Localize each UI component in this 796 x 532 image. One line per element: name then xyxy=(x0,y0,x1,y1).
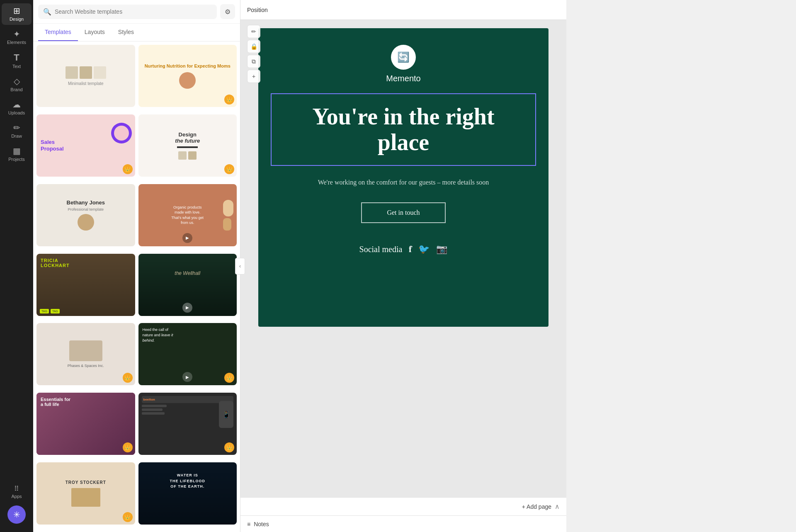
sidebar-item-label: Uploads xyxy=(8,110,25,115)
add-page-button[interactable]: + Add page xyxy=(522,503,551,510)
lock-button[interactable]: 🔒 xyxy=(247,40,260,53)
draw-icon: ✏ xyxy=(13,124,20,132)
panel-tabs: Templates Layouts Styles xyxy=(33,24,240,41)
filter-icon: ⚙ xyxy=(225,8,231,16)
elements-icon: ✦ xyxy=(13,30,20,38)
projects-icon: ▦ xyxy=(13,147,21,155)
notes-bar[interactable]: ≡ Notes xyxy=(240,515,566,532)
tab-styles[interactable]: Styles xyxy=(112,24,141,41)
headline-text: You're in the right place xyxy=(284,104,523,155)
template-card[interactable]: Designthe future 👑 xyxy=(138,114,237,177)
sidebar-item-label: Draw xyxy=(11,134,22,138)
text-icon: T xyxy=(14,53,19,62)
top-bar: Position xyxy=(240,0,566,20)
filter-button[interactable]: ⚙ xyxy=(220,4,235,19)
tab-templates[interactable]: Templates xyxy=(38,24,78,41)
copy-button[interactable]: ⧉ xyxy=(247,55,260,68)
memento-name: Memento xyxy=(386,74,420,83)
lock-icon: 🔒 xyxy=(250,43,257,50)
memento-logo: 🔄 xyxy=(391,45,416,70)
sidebar-item-label: Design xyxy=(10,17,24,22)
templates-panel: 🔍 ⚙ Templates Layouts Styles Minimalist … xyxy=(33,0,240,532)
uploads-icon: ☁ xyxy=(12,100,21,109)
premium-badge: 👑 xyxy=(123,164,133,174)
plus-icon: + xyxy=(252,73,255,80)
canvas-toolbar: ✏ 🔒 ⧉ + xyxy=(247,25,260,83)
sidebar-item-label: Projects xyxy=(8,157,25,162)
sidebar-item-label: Text xyxy=(12,64,21,69)
premium-badge: 👑 xyxy=(123,512,133,522)
panel-collapse-button[interactable]: ‹ xyxy=(235,258,245,275)
template-card[interactable]: the Wellhall ▶ xyxy=(138,254,237,316)
template-card[interactable]: Essentials fora full life 👑 xyxy=(36,393,135,455)
bottom-bar: + Add page ∧ xyxy=(240,497,566,515)
template-card[interactable]: Organic productsmade with love.That's wh… xyxy=(138,184,237,246)
cta-button[interactable]: Get in touch xyxy=(361,202,445,223)
template-card[interactable]: TROY STOCKERT 👑 xyxy=(36,462,135,525)
premium-badge: 👑 xyxy=(123,442,133,452)
search-input[interactable] xyxy=(55,8,212,15)
sidebar-item-label: Elements xyxy=(7,40,26,45)
canvas-area: Position ✏ 🔒 ⧉ + 🔄 Memento You're in the… xyxy=(240,0,566,532)
sidebar-item-label: Apps xyxy=(11,494,22,499)
ai-icon: ✳ xyxy=(13,510,20,520)
position-label: Position xyxy=(247,7,268,13)
sidebar: ⊞ Design ✦ Elements T Text ◇ Brand ☁ Upl… xyxy=(0,0,33,532)
template-card[interactable]: Phases & Spaces Inc. 👑 xyxy=(36,323,135,385)
sidebar-item-draw[interactable]: ✏ Draw xyxy=(2,120,32,142)
premium-badge: 👑 xyxy=(224,164,234,174)
sidebar-item-design[interactable]: ⊞ Design xyxy=(2,3,32,25)
chevron-up-icon: ∧ xyxy=(555,503,560,510)
chevron-left-icon: ‹ xyxy=(239,263,241,269)
brand-icon: ◇ xyxy=(14,77,20,85)
template-card[interactable]: SalesProposal 👑 xyxy=(36,114,135,177)
add-page-label: + Add page xyxy=(522,503,551,510)
canvas-frame: 🔄 Memento You're in the right place We'r… xyxy=(258,28,548,327)
social-section: Social media 𝐟 🐦 📷 xyxy=(359,244,448,255)
twitter-icon[interactable]: 🐦 xyxy=(418,244,430,255)
edit-icon: ✏ xyxy=(251,28,256,35)
notes-label: Notes xyxy=(254,521,269,527)
headline-box[interactable]: You're in the right place xyxy=(271,93,536,166)
logo-icon: 🔄 xyxy=(397,51,410,63)
notes-icon: ≡ xyxy=(247,521,250,527)
sidebar-item-label: Brand xyxy=(10,87,22,92)
edit-button[interactable]: ✏ xyxy=(247,25,260,38)
template-card[interactable]: Minimalist template xyxy=(36,45,135,107)
sidebar-item-uploads[interactable]: ☁ Uploads xyxy=(2,97,32,119)
template-card[interactable]: WATER ISTHE LIFEBLOODOF THE EARTH. xyxy=(138,462,237,525)
template-card[interactable]: beelton 📱 👑 xyxy=(138,393,237,455)
sidebar-item-brand[interactable]: ◇ Brand xyxy=(2,74,32,95)
templates-grid: Minimalist template Nurturing Nutrition … xyxy=(33,41,240,532)
apps-icon: ⠿ xyxy=(14,486,19,492)
template-card[interactable]: Bethany Jones Professional template xyxy=(36,184,135,246)
instagram-icon[interactable]: 📷 xyxy=(436,244,447,255)
facebook-icon[interactable]: 𝐟 xyxy=(409,244,412,255)
sidebar-item-projects[interactable]: ▦ Projects xyxy=(2,143,32,165)
search-input-wrap: 🔍 xyxy=(38,5,217,19)
search-bar: 🔍 ⚙ xyxy=(33,0,240,24)
template-card[interactable]: Nurturing Nutrition for Expecting Moms 👑 xyxy=(138,45,237,107)
design-icon: ⊞ xyxy=(13,7,20,15)
sidebar-item-apps[interactable]: ⠿ Apps xyxy=(2,482,32,502)
social-media-label: Social media xyxy=(359,245,403,254)
premium-badge: 👑 xyxy=(224,95,234,104)
tab-layouts[interactable]: Layouts xyxy=(78,24,112,41)
sidebar-item-elements[interactable]: ✦ Elements xyxy=(2,27,32,48)
search-icon: 🔍 xyxy=(43,8,51,16)
premium-badge: 👑 xyxy=(123,373,133,383)
add-button[interactable]: + xyxy=(247,70,260,83)
copy-icon: ⧉ xyxy=(252,58,256,65)
sidebar-item-text[interactable]: T Text xyxy=(2,50,32,72)
canvas-scroll: 🔄 Memento You're in the right place We'r… xyxy=(240,20,566,497)
template-card[interactable]: Heed the call ofnature and leave itbehin… xyxy=(138,323,237,385)
subtext: We're working on the comfort for our gue… xyxy=(318,177,489,187)
ai-assistant-button[interactable]: ✳ xyxy=(7,505,26,524)
template-card[interactable]: TRICIA LOCKHART TAG TAG xyxy=(36,254,135,316)
